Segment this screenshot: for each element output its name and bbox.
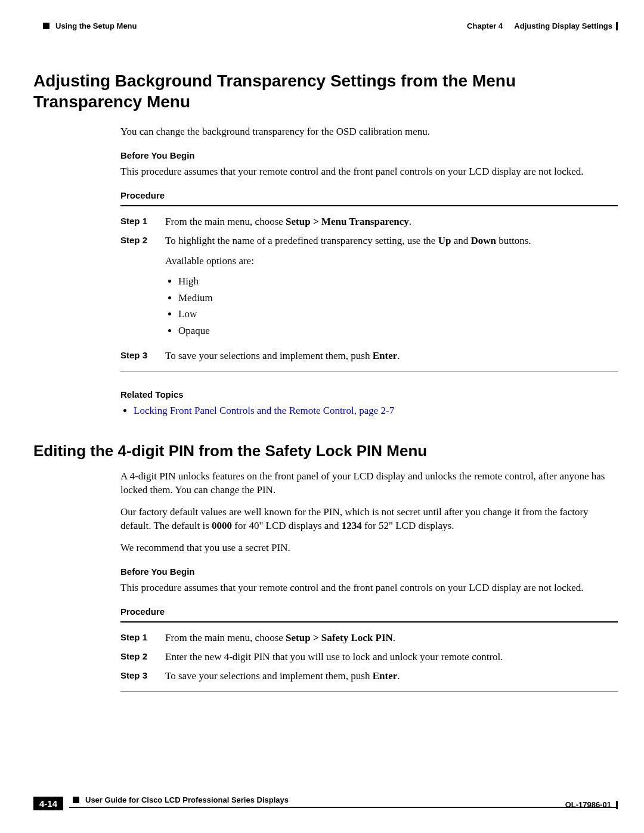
option-item: Opaque bbox=[178, 324, 618, 338]
step-bold: Enter bbox=[373, 670, 398, 682]
option-item: High bbox=[178, 274, 618, 289]
section1-procedure-label: Procedure bbox=[120, 190, 618, 202]
header-section: Using the Setup Menu bbox=[55, 21, 137, 30]
footer-rule bbox=[69, 807, 618, 808]
text: for 52" LCD displays. bbox=[362, 520, 454, 531]
section2-step-row: Step 2 Enter the new 4-digit PIN that yo… bbox=[165, 650, 618, 664]
step-body: From the main menu, choose Setup > Safet… bbox=[165, 631, 618, 645]
step-bold: Enter bbox=[373, 350, 398, 361]
page-footer: User Guide for Cisco LCD Professional Se… bbox=[33, 795, 618, 808]
section2-before-text: This procedure assumes that your remote … bbox=[120, 581, 618, 595]
step-bold: Down bbox=[470, 235, 496, 246]
step-label: Step 3 bbox=[120, 349, 165, 363]
step-text: . bbox=[409, 216, 411, 227]
step-text: To save your selections and implement th… bbox=[165, 350, 373, 361]
step-label: Step 1 bbox=[120, 215, 165, 229]
step-bold: Up bbox=[438, 235, 451, 246]
step-label: Step 3 bbox=[120, 669, 165, 683]
section1-intro: You can change the background transparen… bbox=[120, 125, 618, 139]
procedure-rule-bottom bbox=[120, 371, 618, 372]
header-rule-right bbox=[616, 22, 618, 30]
step-text: and bbox=[451, 235, 470, 246]
step-body: To save your selections and implement th… bbox=[165, 349, 618, 363]
section2-procedure-label: Procedure bbox=[120, 606, 618, 618]
step-text: . bbox=[393, 632, 395, 643]
section1-before-text: This procedure assumes that your remote … bbox=[120, 165, 618, 179]
header-chapter-label: Chapter 4 bbox=[467, 21, 503, 30]
document-id: OL-17986-01 bbox=[565, 800, 611, 809]
step-label: Step 1 bbox=[120, 631, 165, 645]
step-text: . bbox=[397, 350, 400, 361]
section2-step-row: Step 1 From the main menu, choose Setup … bbox=[165, 631, 618, 645]
footer-rule-right bbox=[616, 801, 618, 809]
step-bold: Setup > Menu Transparency bbox=[286, 216, 409, 227]
step-body: From the main menu, choose Setup > Menu … bbox=[165, 215, 618, 229]
section1-before-label: Before You Begin bbox=[120, 150, 618, 162]
step-text: . bbox=[397, 670, 400, 682]
step-bold: Setup > Safety Lock PIN bbox=[286, 632, 393, 643]
section1-step-row: Step 2 To highlight the name of a predef… bbox=[165, 234, 618, 344]
procedure-rule-top bbox=[120, 205, 618, 206]
step-body: To save your selections and implement th… bbox=[165, 669, 618, 683]
section2-before-label: Before You Begin bbox=[120, 566, 618, 578]
step-subtext: Available options are: bbox=[165, 254, 618, 268]
step-text: To highlight the name of a predefined tr… bbox=[165, 235, 438, 246]
related-links-list: Locking Front Panel Controls and the Rem… bbox=[134, 404, 618, 418]
related-link[interactable]: Locking Front Panel Controls and the Rem… bbox=[134, 405, 394, 416]
step-text: From the main menu, choose bbox=[165, 216, 286, 227]
step-text: buttons. bbox=[496, 235, 531, 246]
footer-guide-title: User Guide for Cisco LCD Professional Se… bbox=[85, 795, 289, 804]
section2-title: Editing the 4-digit PIN from the Safety … bbox=[33, 442, 618, 460]
option-item: Medium bbox=[178, 291, 618, 305]
running-header: Using the Setup Menu Chapter 4 Adjusting… bbox=[43, 21, 618, 30]
procedure-rule-top-2 bbox=[120, 621, 618, 623]
bold-text: 0000 bbox=[212, 520, 232, 531]
footer-marker bbox=[73, 797, 79, 803]
procedure-rule-bottom-2 bbox=[120, 691, 618, 692]
step-text: From the main menu, choose bbox=[165, 632, 286, 643]
related-topics-label: Related Topics bbox=[120, 389, 618, 401]
section1-step-row: Step 1 From the main menu, choose Setup … bbox=[165, 215, 618, 229]
page-number: 4-14 bbox=[33, 797, 63, 810]
section2-p2: Our factory default values are well know… bbox=[120, 506, 618, 533]
option-item: Low bbox=[178, 307, 618, 321]
options-list: High Medium Low Opaque bbox=[178, 274, 618, 338]
header-chapter-title: Adjusting Display Settings bbox=[514, 21, 612, 30]
bold-text: 1234 bbox=[342, 520, 362, 531]
section1-step-row: Step 3 To save your selections and imple… bbox=[165, 349, 618, 363]
step-body: Enter the new 4-digit PIN that you will … bbox=[165, 650, 618, 664]
section2-step-row: Step 3 To save your selections and imple… bbox=[165, 669, 618, 683]
step-body: To highlight the name of a predefined tr… bbox=[165, 234, 618, 344]
step-text: To save your selections and implement th… bbox=[165, 670, 373, 682]
step-label: Step 2 bbox=[120, 234, 165, 344]
step-text: Enter the new 4-digit PIN that you will … bbox=[165, 651, 503, 662]
step-label: Step 2 bbox=[120, 650, 165, 664]
section2-p3: We recommend that you use a secret PIN. bbox=[120, 541, 618, 555]
text: for 40" LCD displays and bbox=[232, 520, 342, 531]
section1-title: Adjusting Background Transparency Settin… bbox=[33, 70, 618, 112]
header-marker-left bbox=[43, 23, 49, 29]
section2-p1: A 4-digit PIN unlocks features on the fr… bbox=[120, 470, 618, 497]
